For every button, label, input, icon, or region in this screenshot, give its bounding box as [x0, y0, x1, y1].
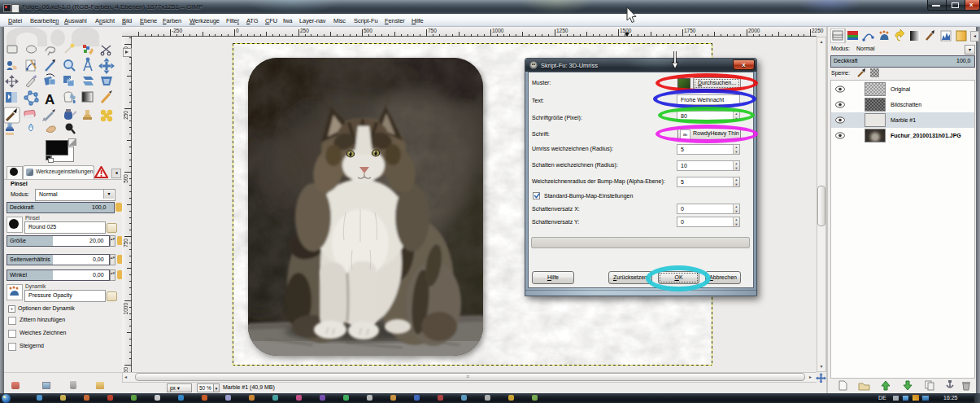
- svg-text:A: A: [45, 92, 54, 107]
